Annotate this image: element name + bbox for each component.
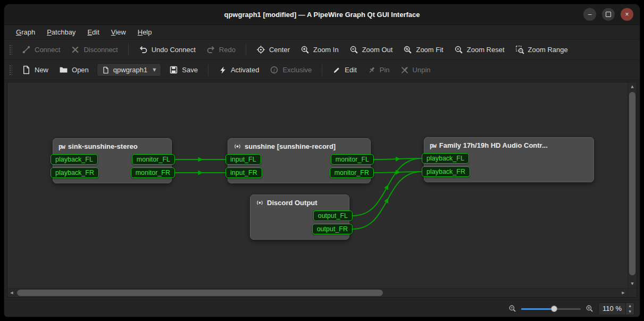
port-monitor-fl[interactable]: monitor_FL <box>331 154 374 165</box>
save-label: Save <box>182 66 198 74</box>
disconnect-button[interactable]: Disconnect <box>66 43 122 57</box>
port-playback-fl[interactable]: playback_FL <box>51 154 98 165</box>
svg-text:f: f <box>274 67 276 73</box>
activated-button[interactable]: Activated <box>214 63 264 77</box>
center-icon <box>256 45 265 54</box>
canvas-frame: pw sink-sunshine-stereo playback_FL play… <box>7 82 637 298</box>
port-playback-fr[interactable]: playback_FR <box>422 166 470 177</box>
undo-connect-button[interactable]: Undo Connect <box>134 43 200 57</box>
zoom-spinbox[interactable]: 110 % ▲ ▼ <box>598 302 634 315</box>
vertical-scroll-thumb[interactable] <box>629 92 635 275</box>
toolbar-handle[interactable] <box>9 45 12 55</box>
patchbay-file-icon <box>102 66 110 74</box>
vertical-scroll-track[interactable] <box>628 91 637 280</box>
patchbay-selector[interactable]: qpwgraph1 ▼ <box>97 63 161 77</box>
node-sink-sunshine-stereo[interactable]: pw sink-sunshine-stereo playback_FL play… <box>53 138 172 183</box>
port-monitor-fl[interactable]: monitor_FL <box>132 154 175 165</box>
zoom-slider[interactable] <box>521 305 581 313</box>
scrollbar-corner <box>628 289 637 297</box>
zoom-reset-label: Zoom Reset <box>467 46 505 54</box>
zoom-range-icon <box>515 45 524 54</box>
pin-label: Pin <box>380 66 390 74</box>
port-playback-fr[interactable]: playback_FR <box>51 167 99 178</box>
minimize-button[interactable]: – <box>583 8 596 21</box>
zoom-in-icon <box>586 305 593 312</box>
window-controls: – × <box>583 8 633 21</box>
new-button[interactable]: New <box>17 63 53 77</box>
vertical-scrollbar[interactable]: ▲ ▼ <box>628 82 637 288</box>
menu-patchbay[interactable]: Patchbay <box>41 27 81 38</box>
undo-icon <box>139 45 148 54</box>
port-monitor-fr[interactable]: monitor_FR <box>131 167 175 178</box>
title-bar[interactable]: qpwgraph1 [modified] — A PipeWire Graph … <box>4 4 640 25</box>
port-playback-fl[interactable]: playback_FL <box>422 153 469 164</box>
graph-canvas[interactable]: pw sink-sunshine-stereo playback_FL play… <box>7 82 628 288</box>
zoom-range-button[interactable]: Zoom Range <box>511 43 573 57</box>
port-input-fl[interactable]: input_FL <box>225 154 261 165</box>
edit-button[interactable]: Edit <box>328 63 361 77</box>
zoom-reset-button[interactable]: Zoom Reset <box>449 43 509 57</box>
node-header: Discord Output <box>250 195 349 208</box>
zoom-out-button[interactable] <box>508 305 516 312</box>
scroll-right-icon[interactable]: ▶ <box>619 289 628 297</box>
center-button[interactable]: Center <box>252 43 295 57</box>
close-button[interactable]: × <box>621 8 633 21</box>
menu-graph[interactable]: Graph <box>11 27 40 38</box>
scroll-up-icon[interactable]: ▲ <box>628 82 637 91</box>
zoom-out-icon <box>349 45 358 54</box>
exclusive-icon: f <box>270 65 279 74</box>
graph-toolbar: Connect Disconnect Undo Connect Redo Cen… <box>4 40 640 60</box>
port-output-fr[interactable]: output_FR <box>312 224 353 234</box>
toolbar-handle[interactable] <box>9 65 12 75</box>
redo-button[interactable]: Redo <box>202 43 240 57</box>
patchbay-toolbar: New Open qpwgraph1 ▼ Save Activated f Ex… <box>4 60 640 80</box>
patchbay-selector-value: qpwgraph1 <box>113 66 147 74</box>
pin-button[interactable]: Pin <box>363 63 395 77</box>
menu-view[interactable]: View <box>106 27 131 38</box>
pipewire-icon: pw <box>58 143 65 150</box>
zoom-in-button[interactable] <box>586 305 593 312</box>
node-discord-output[interactable]: Discord Output output_FL output_FR <box>250 195 349 240</box>
edit-label: Edit <box>345 66 356 74</box>
zoom-in-label: Zoom In <box>313 46 339 54</box>
connect-button[interactable]: Connect <box>17 43 65 57</box>
menu-help[interactable]: Help <box>132 27 157 38</box>
menu-edit[interactable]: Edit <box>82 27 104 38</box>
save-icon <box>169 65 178 74</box>
zoom-fit-icon <box>403 45 412 54</box>
disconnect-icon <box>71 45 80 54</box>
zoom-fit-button[interactable]: Zoom Fit <box>398 43 448 57</box>
unpin-icon <box>400 66 409 74</box>
port-output-fl[interactable]: output_FL <box>313 210 353 221</box>
disconnect-label: Disconnect <box>83 46 118 54</box>
unpin-button[interactable]: Unpin <box>396 63 436 77</box>
port-input-fr[interactable]: input_FR <box>225 167 262 178</box>
horizontal-scrollbar[interactable]: ◀ ▶ <box>7 289 628 297</box>
spin-down-icon[interactable]: ▼ <box>626 309 634 315</box>
exclusive-button[interactable]: f Exclusive <box>265 63 316 77</box>
node-title: Family 17h/19h HD Audio Contr... <box>439 141 548 149</box>
menu-bar: Graph Patchbay Edit View Help <box>4 25 640 40</box>
undo-label: Undo Connect <box>152 46 196 54</box>
redo-icon <box>206 45 215 54</box>
activated-lightning-icon <box>219 66 227 74</box>
scroll-down-icon[interactable]: ▼ <box>628 280 637 288</box>
record-icon <box>233 142 241 150</box>
port-monitor-fr[interactable]: monitor_FR <box>330 167 374 178</box>
zoom-in-button[interactable]: Zoom In <box>296 43 344 57</box>
node-sunshine[interactable]: sunshine [sunshine-record] input_FL inpu… <box>228 138 371 183</box>
save-button[interactable]: Save <box>164 63 203 77</box>
maximize-button[interactable] <box>602 8 615 21</box>
spin-up-icon[interactable]: ▲ <box>626 303 634 309</box>
horizontal-scroll-track[interactable] <box>16 289 619 297</box>
zoom-out-button[interactable]: Zoom Out <box>345 43 398 57</box>
scroll-left-icon[interactable]: ◀ <box>7 289 16 297</box>
node-family-audio-controller[interactable]: pw Family 17h/19h HD Audio Contr... play… <box>424 137 594 182</box>
zoom-fit-label: Zoom Fit <box>416 46 443 54</box>
zoom-slider-handle[interactable] <box>551 306 557 312</box>
open-button[interactable]: Open <box>54 63 94 77</box>
zoom-spinbox-value[interactable]: 110 % <box>599 303 625 315</box>
horizontal-scroll-thumb[interactable] <box>17 290 383 296</box>
zoom-in-icon <box>300 45 310 54</box>
toolbar-separator <box>246 44 246 56</box>
